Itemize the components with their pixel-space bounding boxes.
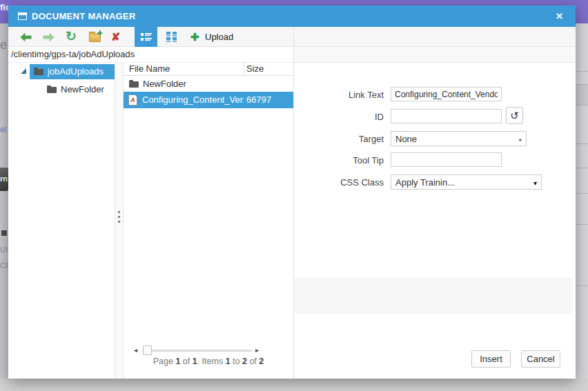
list-view-button[interactable] — [135, 27, 157, 47]
folder-tree: jobAdUploads NewFolder — [8, 63, 115, 379]
close-icon[interactable]: ✕ — [556, 11, 563, 21]
window-icon — [18, 12, 27, 20]
css-class-dropdown[interactable]: Apply Trainin... ▾ — [391, 174, 542, 190]
background-text-fragment: UI' — [0, 245, 8, 254]
form-footer-band — [294, 278, 572, 314]
form-header-band — [294, 47, 576, 63]
background-link-fragment: el — [0, 125, 8, 134]
background-text-fragment: CRI — [0, 261, 8, 270]
target-label: Target — [294, 134, 384, 144]
link-text-field[interactable] — [391, 87, 502, 101]
folder-icon — [34, 69, 43, 75]
dialog-titlebar[interactable]: DOCUMENT MANAGER ✕ — [8, 6, 576, 27]
column-header-file-name[interactable]: File Name — [129, 63, 170, 74]
background-button-fragment: rn — [0, 168, 8, 191]
file-name: Configuring_Content_Vendor — [142, 92, 244, 108]
scroll-right-icon[interactable]: ▸ — [255, 346, 259, 354]
panel-splitter[interactable] — [115, 63, 124, 379]
target-dropdown[interactable]: None ▾ — [391, 131, 527, 146]
tree-item-jobaduploads[interactable]: jobAdUploads — [30, 64, 115, 79]
column-divider — [244, 63, 244, 76]
regenerate-icon: ↺ — [510, 110, 519, 121]
scrollbar-thumb[interactable] — [143, 345, 152, 355]
scroll-left-icon[interactable]: ◂ — [134, 346, 137, 354]
background-text-fragment: e — [0, 38, 8, 52]
tool-tip-field[interactable] — [391, 152, 502, 167]
pdf-icon: A — [128, 94, 137, 106]
tree-expand-icon[interactable] — [21, 68, 26, 74]
background-text-fragment: fic — [0, 2, 8, 12]
insert-button[interactable]: Insert — [471, 350, 511, 368]
table-row[interactable]: NewFolder — [124, 76, 293, 92]
chevron-down-icon: ▾ — [518, 134, 522, 146]
file-size: 66797 — [246, 92, 271, 108]
breadcrumb: /clientimg/gps-ta/jobAdUploads — [8, 47, 293, 63]
tool-tip-label: Tool Tip — [294, 155, 384, 166]
file-name: NewFolder — [143, 76, 186, 92]
upload-button[interactable]: Upload — [205, 32, 233, 42]
cancel-button[interactable]: Cancel — [521, 350, 560, 368]
new-folder-button[interactable] — [89, 34, 101, 42]
id-field[interactable] — [391, 109, 502, 123]
background-page-left — [0, 23, 8, 379]
tree-item-label: jobAdUploads — [48, 64, 104, 79]
background-icon-fragment — [1, 230, 7, 236]
link-text-label: Link Text — [294, 90, 384, 100]
chevron-down-icon: ▾ — [533, 177, 537, 189]
toolbar: ↻ ✘ ✚ Upload — [8, 27, 576, 47]
id-label: ID — [294, 112, 384, 122]
forward-button[interactable] — [43, 32, 55, 42]
css-class-value: Apply Trainin... — [395, 177, 455, 188]
background-page-right — [576, 23, 588, 379]
plus-icon — [97, 30, 102, 35]
folder-icon — [47, 87, 57, 93]
background-table-band — [576, 85, 588, 105]
document-manager-dialog: DOCUMENT MANAGER ✕ ↻ ✘ ✚ Upload /clienti… — [8, 6, 576, 379]
css-class-label: CSS Class — [294, 177, 384, 188]
tree-item-label: NewFolder — [61, 82, 104, 97]
list-view-icon — [141, 32, 152, 42]
grid-header: File Name Size — [124, 63, 293, 76]
regenerate-id-button[interactable]: ↺ — [506, 107, 523, 124]
target-value: None — [395, 134, 417, 144]
upload-plus-icon[interactable]: ✚ — [190, 30, 199, 45]
back-button[interactable] — [20, 32, 32, 42]
table-row-selected[interactable]: A Configuring_Content_Vendor 66797 — [124, 92, 293, 108]
delete-icon[interactable]: ✘ — [111, 30, 120, 45]
horizontal-scrollbar[interactable]: ◂ ▸ — [124, 344, 293, 357]
refresh-icon[interactable]: ↻ — [66, 28, 77, 45]
breadcrumb-path: /clientimg/gps-ta/jobAdUploads — [11, 47, 135, 62]
file-grid: File Name Size NewFolder A Configuring_C… — [124, 63, 293, 379]
link-properties-form: Link Text ID ↺ Target None ▾ Tool Tip CS… — [294, 47, 576, 379]
folder-icon — [129, 81, 139, 88]
dialog-title: DOCUMENT MANAGER — [32, 11, 136, 21]
column-header-size[interactable]: Size — [246, 63, 264, 74]
scrollbar-track[interactable] — [142, 350, 252, 352]
pager-status: Page 1 of 1. Items 1 to 2 of 2 — [124, 357, 293, 366]
grid-view-button[interactable] — [166, 32, 177, 42]
